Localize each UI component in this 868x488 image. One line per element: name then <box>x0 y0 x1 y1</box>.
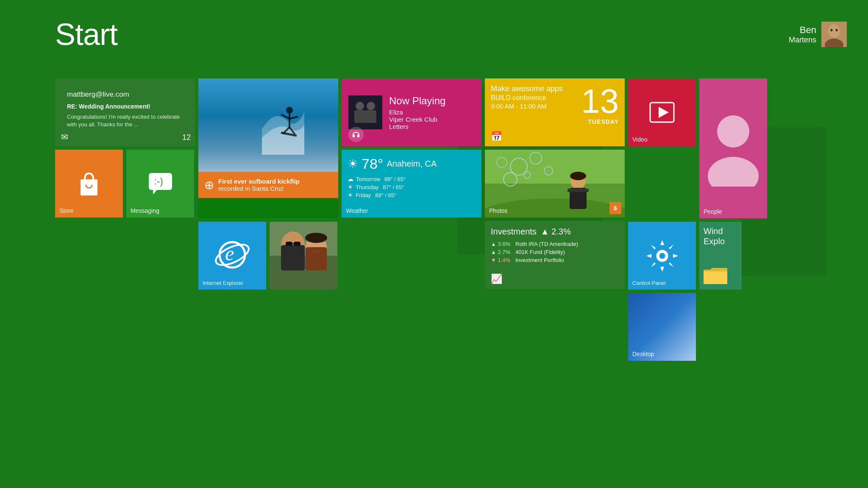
row-video-people: Video People <box>628 78 767 218</box>
calendar-content: Make awesome apps BUILD conference 9:00 … <box>491 84 619 125</box>
music-tile[interactable]: Now Playing Eliza Viper Creek Club Lette… <box>342 78 481 146</box>
ie-icon-container: e <box>213 236 251 276</box>
video-play-icon <box>649 102 675 123</box>
investments-change: ▲ 2.3% <box>541 227 571 237</box>
video-tile[interactable]: Video <box>628 78 696 146</box>
svg-point-50 <box>708 157 759 187</box>
surf-image <box>198 78 338 172</box>
rss-text: First ever sufboard kickflip recorded in… <box>218 178 300 192</box>
invest-name-3: Investment Portfolio <box>515 257 564 263</box>
calendar-conference: BUILD conference <box>491 94 563 102</box>
messaging-label: Messaging <box>131 207 159 214</box>
col-2: ⊕ First ever sufboard kickflip recorded … <box>198 78 338 361</box>
windows-explorer-tile[interactable]: Wind Explo <box>699 222 742 290</box>
people-tile[interactable]: People <box>699 78 767 218</box>
explorer-text: Wind Explo <box>704 226 737 246</box>
calendar-right: 13 TUESDAY <box>581 84 619 125</box>
svg-rect-33 <box>365 110 376 123</box>
album-art <box>348 95 382 129</box>
invest-pct-1: ▲ 3.6% <box>491 241 512 247</box>
invest-pct-2: ▲ 2.7% <box>491 249 512 255</box>
row-ie-photo: e Internet Explorer <box>198 222 338 290</box>
svg-point-52 <box>659 253 665 259</box>
weather-temp: 78° <box>362 156 383 172</box>
calendar-left: Make awesome apps BUILD conference 9:00 … <box>491 84 563 110</box>
col-1: mattberg@live.com RE: Wedding Announceme… <box>55 78 195 361</box>
avatar <box>821 22 847 47</box>
store-tile[interactable]: Store <box>55 150 123 218</box>
col-5: Video People <box>628 78 767 361</box>
music-info: Now Playing Eliza Viper Creek Club Lette… <box>389 95 445 130</box>
video-label: Video <box>632 136 648 143</box>
svg-rect-45 <box>568 189 589 192</box>
svg-point-9 <box>286 107 293 114</box>
svg-rect-27 <box>306 247 327 270</box>
svg-rect-31 <box>354 110 365 123</box>
messaging-icon: :-) <box>147 171 174 196</box>
desktop-tile[interactable]: Desktop <box>628 293 696 361</box>
photos-count-badge: 6 <box>609 202 621 214</box>
svg-point-4 <box>836 29 838 31</box>
weather-city: Anaheim, CA <box>387 159 437 169</box>
col-3: Now Playing Eliza Viper Creek Club Lette… <box>342 78 481 361</box>
email-count: 12 <box>182 133 191 142</box>
svg-text::-): :-) <box>154 176 163 187</box>
weather-label: Weather <box>346 207 368 214</box>
row-store-messaging: Store :-) Messaging <box>55 150 195 218</box>
svg-marker-48 <box>659 107 669 118</box>
col-4: Make awesome apps BUILD conference 9:00 … <box>485 78 625 361</box>
weather-thursday: ☀ Thursday 87° / 65° <box>348 184 476 190</box>
svg-point-28 <box>305 233 327 243</box>
svg-text:e: e <box>225 242 234 265</box>
row-control-explorer: Control Panel Wind Explo <box>628 222 767 290</box>
weather-tomorrow: ☁ Tomorrow 88° / 65° <box>348 176 476 182</box>
user-text: Ben Martens <box>789 25 816 45</box>
ie-label: Internet Explorer <box>203 280 243 286</box>
gear-icon <box>646 240 678 272</box>
control-panel-tile[interactable]: Control Panel <box>628 222 696 290</box>
svg-point-30 <box>356 102 364 110</box>
user-profile[interactable]: Ben Martens <box>789 22 847 47</box>
calendar-day-number: 13 <box>581 84 619 118</box>
selfie-image <box>270 222 337 290</box>
svg-marker-7 <box>153 190 157 195</box>
invest-pct-3: ▼ 1.4% <box>491 257 512 263</box>
weather-friday: ☀ Friday 89° / 65° <box>348 192 476 198</box>
photos-tile[interactable]: Photos 6 <box>485 150 625 218</box>
investments-header: Investments ▲ 2.3% <box>491 227 619 237</box>
folder-icon <box>703 266 728 285</box>
svg-rect-53 <box>704 271 727 284</box>
calendar-time: 9:00 AM - 11:00 AM <box>491 103 563 110</box>
control-panel-label: Control Panel <box>632 280 666 286</box>
email-from: mattberg@live.com <box>61 84 189 101</box>
rss-icon: ⊕ <box>204 178 214 192</box>
svg-point-3 <box>831 29 833 31</box>
svg-rect-23 <box>286 242 292 246</box>
store-bag-icon <box>76 170 102 198</box>
weather-main: ☀ 78° Anaheim, CA <box>348 156 476 172</box>
headphones-icon <box>348 127 364 142</box>
email-tile[interactable]: mattberg@live.com RE: Wedding Announceme… <box>55 78 195 146</box>
page-title: Start <box>55 17 117 52</box>
svg-rect-25 <box>292 243 294 244</box>
calendar-tile[interactable]: Make awesome apps BUILD conference 9:00 … <box>485 78 625 146</box>
rss-bar: ⊕ First ever sufboard kickflip recorded … <box>198 172 338 198</box>
invest-row-3: ▼ 1.4% Investment Portfolio <box>491 257 619 263</box>
calendar-icon: 📅 <box>491 131 502 142</box>
weather-tile[interactable]: ☀ 78° Anaheim, CA ☁ Tomorrow 88° / 65° ☀… <box>342 150 481 218</box>
surf-tile[interactable]: ⊕ First ever sufboard kickflip recorded … <box>198 78 338 218</box>
email-icon: ✉ <box>61 132 68 142</box>
messaging-tile[interactable]: :-) Messaging <box>126 150 194 218</box>
calendar-event: Make awesome apps <box>491 84 563 93</box>
photo-selfie-tile[interactable] <box>270 222 337 290</box>
weather-sun-icon: ☀ <box>348 157 358 171</box>
investments-tile[interactable]: Investments ▲ 2.3% ▲ 3.6% Roth IRA (TD A… <box>485 221 625 289</box>
svg-point-32 <box>367 102 375 110</box>
sun-icon-small: ☀ <box>348 184 353 190</box>
ie-tile[interactable]: e Internet Explorer <box>198 222 266 290</box>
svg-point-1 <box>828 24 840 38</box>
svg-point-46 <box>570 172 586 180</box>
chart-icon: 📈 <box>491 273 502 284</box>
store-label: Store <box>59 207 73 214</box>
investments-title: Investments <box>491 227 537 237</box>
